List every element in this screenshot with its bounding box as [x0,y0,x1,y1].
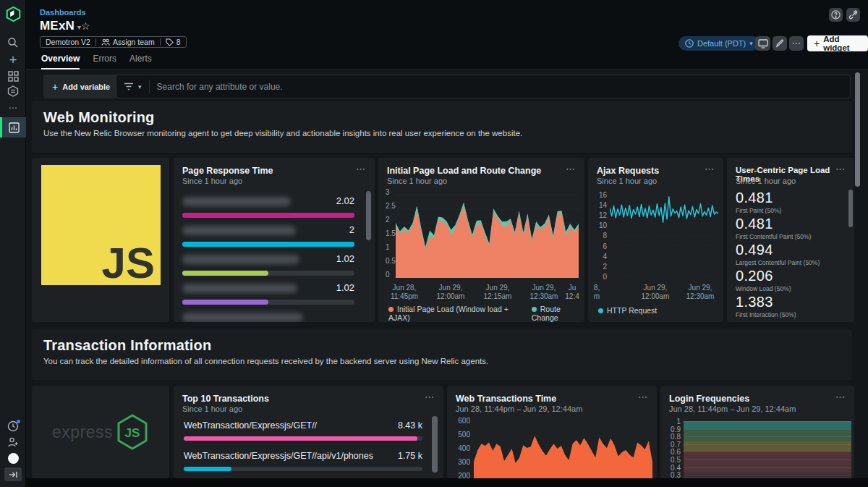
widget-js-logo[interactable]: JS [32,158,169,322]
bar-value: 1.02 [336,253,354,264]
widget-ajax-requests: Ajax Requests Since 1 hour ago ⋯ HTTP Re… [588,158,723,322]
axis-tick: 2 [386,216,390,224]
redacted-label [182,313,303,322]
transaction-name: WebTransaction/Expressjs/GET// [184,420,422,431]
widget-title: Login Frequencies [669,394,749,404]
transaction-name: WebTransaction/Expressjs/GET//api/v1/pho… [184,451,422,461]
section-title: Web Monitoring [32,101,852,129]
widget-title: Web Transactions Time [456,394,556,404]
search-icon[interactable] [0,33,26,52]
section-description: Use the New Relic Browser monitoring age… [32,129,852,137]
widget-express-logo[interactable]: express JS [32,386,169,478]
scrollbar-thumb[interactable] [432,416,438,473]
metric-value: 0.481 [736,190,844,206]
redacted-label [182,284,297,293]
axis-tick: Jun 29, 12:30am [681,284,719,301]
copy-link-icon[interactable] [846,8,860,22]
grid-line [684,436,851,437]
time-picker[interactable]: Default (PDT) ▾ [678,36,760,51]
widget-subtitle: Since 1 hour ago [182,177,242,185]
add-widget-button[interactable]: + Add widget [807,35,868,51]
bar-fill [184,436,417,441]
heatmap-band [684,429,851,441]
widget-initial-page-load: Initial Page Load and Route Change Since… [378,158,584,322]
more-actions-icon[interactable]: ⋯ [789,36,804,51]
widget-menu-icon[interactable]: ⋯ [835,164,846,174]
sidebar-item-dashboards-active[interactable] [0,117,26,137]
redacted-label [182,226,296,235]
widget-menu-icon[interactable]: ⋯ [566,164,576,174]
edit-pencil-icon[interactable] [773,36,787,51]
sidebar: + ⋯ [0,0,26,487]
tab-alerts[interactable]: Alerts [129,54,152,69]
widget-user-centric: User-Centric Page Load Times Since 1 hou… [727,158,854,322]
redacted-label [182,255,299,264]
search-input[interactable] [150,82,850,92]
axis-tick: 14 [595,201,607,210]
widget-subtitle: Since 1 hour ago [736,177,796,185]
axis-tick: 300 [454,458,470,467]
widget-login-frequencies: Login Frequencies Jun 28, 11:44pm – Jun … [660,386,854,478]
scrollbar-thumb[interactable] [366,191,371,240]
page-response-rows: 2.0221.021.02 [182,190,354,322]
bar-fill [182,271,268,276]
dashboard-meta: Demotron V2 Assign team 8 [40,36,187,48]
bar-track [182,271,354,276]
widget-title: Ajax Requests [597,166,659,176]
widget-menu-icon[interactable]: ⋯ [835,391,846,402]
page-title[interactable]: MExN▾ [40,19,81,33]
transaction-value: 1.75 k [398,451,422,461]
widget-scrollbar [432,416,438,474]
metric-value: 1.383 [736,294,844,310]
account-tag[interactable]: Demotron V2 [46,38,90,46]
new-relic-logo-icon[interactable] [0,4,26,23]
tab-overview[interactable]: Overview [41,54,80,69]
grid-line [684,452,851,452]
widget-title: Top 10 Transactions [182,394,269,404]
metric-value: 0.206 [736,268,844,284]
section-title: Transaction Information [32,329,852,357]
tab-errors[interactable]: Errors [93,54,116,69]
axis-tick: Ju 12:4 [552,284,584,301]
chevron-down-icon: ▾ [138,83,142,90]
heatmap-band [684,421,851,429]
grid-line [684,460,851,460]
avatar[interactable] [0,449,26,467]
axis-tick: 0 [595,273,607,281]
widget-subtitle: Since 1 hour ago [182,405,242,413]
scrollbar-thumb[interactable] [848,190,853,227]
tag-icon [166,38,174,46]
bar-row: 2 [182,226,354,247]
widget-subtitle: Since 1 hour ago [597,177,657,185]
svg-text:JS: JS [125,426,140,440]
breadcrumb[interactable]: Dashboards [40,8,86,17]
dashboard-tabs: Overview Errors Alerts [41,54,152,69]
widget-menu-icon[interactable]: ⋯ [705,164,715,174]
assign-team-button[interactable]: Assign team [101,38,155,46]
page-scrollbar-thumb[interactable] [855,72,860,187]
widget-menu-icon[interactable]: ⋯ [425,391,435,402]
sidebar-collapse-icon[interactable] [4,467,22,481]
tv-mode-icon[interactable] [755,36,770,51]
filter-funnel-icon[interactable]: ▾ [116,82,149,90]
notification-dot [17,420,20,423]
tags-button[interactable]: 8 [166,38,181,46]
widget-top-transactions: Top 10 Transactions Since 1 hour ago ⋯ W… [174,386,443,478]
metric-label: First Paint (50%) [736,207,844,214]
bar-track [184,436,422,441]
widget-menu-icon[interactable]: ⋯ [356,164,366,174]
add-variable-button[interactable]: + Add variable [43,75,119,98]
metric-label: First Contentful Paint (50%) [736,233,844,240]
widget-scrollbar [366,191,371,314]
page-scrollbar [855,72,860,475]
more-icon[interactable]: ⋯ [0,98,26,117]
legend-dot [598,308,603,313]
favorite-star-icon[interactable]: ☆ [81,20,90,32]
axis-tick: 2.5 [386,202,396,211]
axis-tick: Jun 28, 11:45pm [384,284,425,301]
widget-menu-icon[interactable]: ⋯ [638,391,648,402]
page-header: Dashboards MExN▾ ☆ Demotron V2 Assign te… [26,0,868,69]
help-icon[interactable] [829,8,843,22]
bar-row: 1.02 [182,284,354,305]
axis-tick: 4 [595,253,607,261]
